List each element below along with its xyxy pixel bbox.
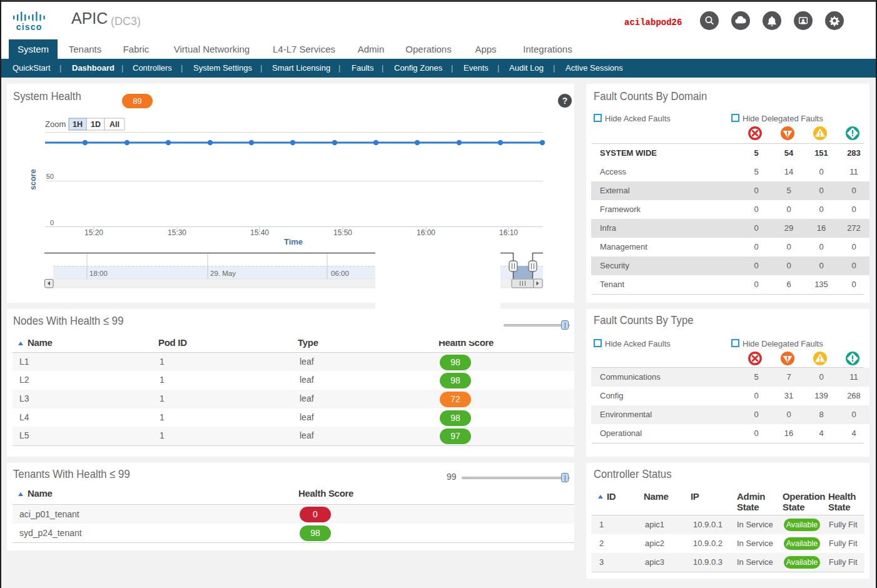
svg-text:15:40: 15:40 [250, 228, 269, 237]
svg-text:15:50: 15:50 [333, 228, 352, 237]
svg-text:16:00: 16:00 [417, 228, 435, 237]
svg-text:0: 0 [50, 219, 54, 226]
svg-text:15:30: 15:30 [168, 228, 186, 237]
svg-text:06:00: 06:00 [331, 270, 349, 277]
svg-text:29. May: 29. May [210, 270, 236, 277]
svg-text:1H: 1H [73, 120, 83, 129]
svg-text:score: score [29, 169, 38, 190]
svg-text:cisco: cisco [16, 22, 43, 32]
svg-text:50: 50 [46, 173, 54, 180]
svg-text:15:20: 15:20 [84, 228, 103, 237]
svg-text:16:10: 16:10 [499, 228, 518, 237]
svg-text:Zoom: Zoom [45, 119, 66, 129]
svg-text:All: All [109, 120, 119, 129]
svg-text:Time: Time [284, 237, 303, 246]
svg-text:18:00: 18:00 [89, 270, 108, 277]
svg-text:1D: 1D [91, 120, 101, 129]
